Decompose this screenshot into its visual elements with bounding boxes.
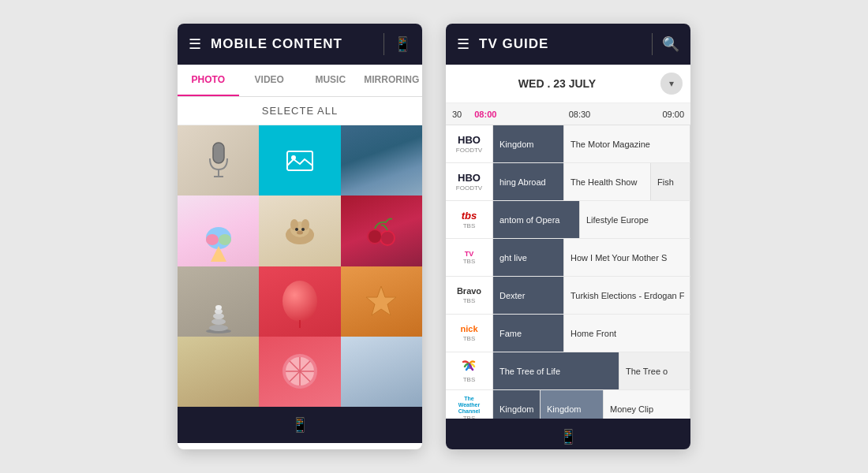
photo-bike[interactable] [178,337,259,407]
photo-mic[interactable] [178,125,259,196]
program-fishing[interactable]: hing Abroad [493,163,564,200]
svg-point-7 [219,234,231,245]
svg-point-19 [381,232,394,244]
guide-row-nick: nick TBS Fame Home Front [446,315,690,352]
program-dexter[interactable]: Dexter [493,277,564,314]
photo-grid [178,125,422,407]
tab-mirroring[interactable]: MIRRORING [361,65,423,96]
nbc-programs: The Tree of Life The Tree o [493,352,690,389]
program-turkish-elections[interactable]: Turkish Elections - Erdogan F [564,277,690,314]
time-0830: 08:30 [563,110,597,119]
program-how-met[interactable]: How I Met Your Mother S [564,239,690,276]
mobile-content-header: ☰ MOBILE CONTENT 📱 [178,24,422,65]
bravo-sub: TBS [463,297,476,304]
program-fish[interactable]: Fish [651,163,690,200]
photo-grapefruit[interactable] [259,337,340,407]
home-icon[interactable]: 📱 [291,416,309,434]
program-lifestyle-europe1[interactable]: Lifestyle Europe [580,201,690,238]
svg-point-18 [369,230,381,243]
svg-point-22 [211,318,226,325]
program-kingdom1[interactable]: Kingdom [493,390,541,419]
tv-home-icon[interactable]: 📱 [559,428,577,445]
svg-point-21 [209,325,228,331]
tv-programs: ght live How I Met Your Mother S [493,239,690,276]
channel-nick: nick TBS [446,315,493,352]
hbo2-sub: FOODTV [456,184,482,192]
channel-nbc: TBS [446,352,493,389]
svg-point-14 [301,228,305,231]
program-motor-magazine[interactable]: The Motor Magazine [564,125,690,162]
search-icon[interactable]: 🔍 [662,35,679,53]
header-divider [383,33,384,55]
guide-row-nbc: TBS The Tree of Life The Tree o [446,352,690,390]
date-bar: WED . 23 JULY ▾ [446,65,690,103]
channel-weather: TheWeatherChannel TBS [446,390,493,419]
svg-rect-0 [213,143,224,163]
hbo1-sub: FOODTV [456,147,482,154]
program-money-clip[interactable]: Money Clip [604,390,690,419]
program-fame[interactable]: Fame [493,315,564,352]
program-tree-of-life[interactable]: The Tree of Life [493,352,619,389]
phones-container: ☰ MOBILE CONTENT 📱 PHOTO VIDEO MUSIC MIR… [178,24,690,449]
cherries-svg [364,213,399,248]
svg-marker-26 [366,286,396,315]
channel-tv: TV TBS [446,239,493,276]
tab-video[interactable]: VIDEO [239,65,301,96]
date-dropdown[interactable]: ▾ [660,73,683,95]
photo-cherries[interactable] [341,196,422,266]
tv-guide-header: ☰ TV GUIDE 🔍 [446,24,690,65]
tbs1-logo: tbs [462,210,477,222]
program-kingdom[interactable]: Kingdom [493,125,564,162]
svg-point-6 [206,234,219,245]
channel-bravo: Bravo TBS [446,277,493,314]
photo-icecream[interactable] [178,196,259,266]
guide-scroll: HBO FOODTV Kingdom The Motor Magazine HB… [446,125,690,419]
image-icon [286,150,314,172]
tv-sub: TBS [463,258,476,265]
photo-stones[interactable] [178,266,259,337]
program-night-live[interactable]: ght live [493,239,564,276]
nick-logo: nick [460,324,477,334]
cast-icon[interactable]: 📱 [394,35,411,53]
photo-bridge[interactable] [341,337,422,407]
grapefruit-svg [280,352,320,391]
guide-row-weather: TheWeatherChannel TBS Kingdom Kingdom Mo… [446,390,690,419]
channel-hbo1: HBO FOODTV [446,125,493,162]
stones-svg [203,298,234,333]
tv-hamburger-icon[interactable]: ☰ [457,35,470,53]
date-text: WED . 23 JULY [454,77,660,90]
guide-row-bravo: Bravo TBS Dexter Turkish Elections - Erd… [446,277,690,315]
time-0800: 08:00 [468,110,503,119]
tbs1-programs: antom of Opera Lifestyle Europe [493,201,690,238]
tab-photo[interactable]: PHOTO [178,65,239,96]
hamburger-icon[interactable]: ☰ [189,35,201,53]
program-tree-o[interactable]: The Tree o [619,352,690,389]
program-phantom-opera1[interactable]: antom of Opera [493,201,580,238]
photo-selected[interactable] [259,125,340,196]
weather-programs: Kingdom Kingdom Money Clip [493,390,690,419]
select-all-bar[interactable]: SELECTE ALL [178,97,422,125]
tv-logo: TV [465,250,474,259]
guide-row-tbs1: tbs TBS antom of Opera Lifestyle Europe [446,201,690,239]
hbo1-programs: Kingdom The Motor Magazine [493,125,690,162]
time-30: 30 [446,110,468,119]
mic-svg [207,141,230,181]
nbc-peacock [460,359,479,374]
starfish-svg [363,283,399,319]
program-kingdom2[interactable]: Kingdom [541,390,604,419]
channel-hbo2: HBO FOODTV [446,163,493,200]
tv-guide-title: TV GUIDE [479,36,642,52]
program-home-front[interactable]: Home Front [564,315,690,352]
tbs1-sub: TBS [463,222,476,229]
photo-tent[interactable] [341,125,422,196]
tab-music[interactable]: MUSIC [300,65,361,96]
mobile-content-title: MOBILE CONTENT [211,36,374,52]
photo-dog[interactable] [259,196,340,266]
photo-balloon[interactable] [259,266,340,337]
svg-point-4 [291,155,296,160]
svg-point-15 [297,230,303,234]
nbc-logo [460,359,479,377]
svg-marker-8 [211,246,226,262]
photo-starfish[interactable] [341,266,422,337]
program-health-show[interactable]: The Health Show [564,163,651,200]
